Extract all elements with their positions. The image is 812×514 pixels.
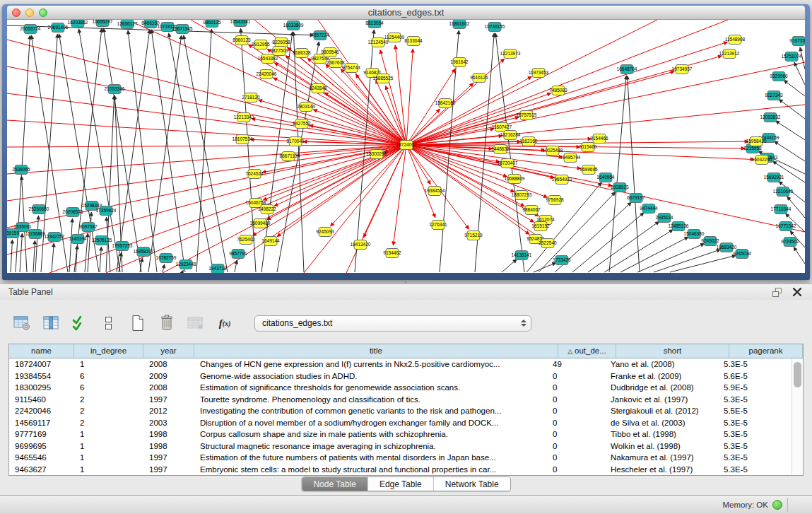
edge[interactable] xyxy=(52,243,54,272)
table-mode-icon[interactable] xyxy=(13,315,31,332)
network-node[interactable]: 14136141 xyxy=(512,251,532,260)
network-node[interactable]: 9245093 xyxy=(316,228,334,237)
network-node[interactable]: 12213343 xyxy=(234,113,254,122)
create-column-icon[interactable] xyxy=(129,315,147,332)
network-node[interactable]: 9884067 xyxy=(522,206,541,215)
network-node[interactable]: 15046380 xyxy=(684,230,705,239)
network-node[interactable]: 19384554 xyxy=(425,187,445,196)
table-row[interactable]: 1830029562008Estimation of significance … xyxy=(9,382,792,394)
network-node[interactable]: 2803144 xyxy=(297,103,315,112)
delete-columns-icon[interactable] xyxy=(158,315,176,332)
network-node[interactable]: 16671345 xyxy=(172,25,193,34)
network-node[interactable]: 2538065 xyxy=(12,165,30,175)
network-node[interactable]: 9329966 xyxy=(770,72,788,81)
network-node[interactable]: 1162160 xyxy=(520,137,538,146)
table-row[interactable]: 969969511998Structural magnetic resonanc… xyxy=(9,440,792,452)
edge[interactable] xyxy=(35,216,38,272)
network-node[interactable]: 9715219 xyxy=(464,231,483,240)
edge[interactable] xyxy=(163,145,406,273)
table-row[interactable]: 2242004622012Investigating the contribut… xyxy=(9,405,792,417)
column-header-in_degree[interactable]: in_degree xyxy=(74,344,143,358)
edge[interactable] xyxy=(572,213,644,272)
network-node[interactable]: 1145194 xyxy=(69,235,87,244)
network-node[interactable]: 8667110 xyxy=(280,152,298,161)
network-node[interactable]: 12093832 xyxy=(760,113,781,122)
network-node[interactable]: 9154462 xyxy=(383,249,401,258)
network-node[interactable]: 2718120 xyxy=(242,93,260,103)
network-node[interactable]: 1640954 xyxy=(596,173,615,182)
network-node[interactable]: 7857224 xyxy=(311,31,329,40)
edge[interactable] xyxy=(11,240,13,272)
table-scrollbar[interactable] xyxy=(792,358,803,475)
network-node[interactable]: 39159 xyxy=(7,229,19,238)
column-header-year[interactable]: year xyxy=(143,344,194,358)
scrollbar-thumb[interactable] xyxy=(794,362,801,387)
network-node[interactable]: 12656127 xyxy=(117,20,138,29)
float-panel-icon[interactable] xyxy=(771,286,784,298)
network-node[interactable]: 22420046 xyxy=(257,70,277,79)
network-node[interactable]: 1733426 xyxy=(553,256,571,265)
edge[interactable] xyxy=(151,30,185,272)
network-node[interactable]: 16033809 xyxy=(283,21,304,30)
edge[interactable] xyxy=(670,255,736,272)
column-header-title[interactable]: title xyxy=(194,344,558,358)
delete-table-icon[interactable] xyxy=(187,315,205,332)
table-row[interactable]: 1456911722003Disruption of a novel membe… xyxy=(9,417,792,429)
edge[interactable] xyxy=(163,264,165,272)
tab-network-table[interactable]: Network Table xyxy=(434,477,510,491)
network-node[interactable]: 9154466 xyxy=(590,134,608,144)
network-node[interactable]: 12342757 xyxy=(45,233,65,242)
edge[interactable] xyxy=(182,270,183,272)
edge[interactable] xyxy=(588,221,659,272)
network-node[interactable]: 15885525 xyxy=(373,74,394,83)
network-node[interactable]: 12213912 xyxy=(719,49,740,59)
row-height-icon[interactable] xyxy=(100,315,118,332)
edge[interactable] xyxy=(252,145,406,235)
network-node[interactable]: 9754743 xyxy=(342,64,360,73)
window-titlebar[interactable]: citations_edges.txt xyxy=(7,6,805,20)
edge[interactable] xyxy=(128,30,157,272)
edge[interactable] xyxy=(103,28,141,272)
network-node[interactable]: 9245034 xyxy=(733,250,751,259)
network-node[interactable]: 17710344 xyxy=(771,205,792,214)
network-node[interactable]: 1498222 xyxy=(258,205,276,214)
edge[interactable] xyxy=(534,263,556,272)
edge[interactable] xyxy=(7,145,406,147)
table-row[interactable]: 1872400712008Changes of HCN gene express… xyxy=(9,358,792,370)
table-row[interactable]: 911546021997Tourette syndrome. Phenomeno… xyxy=(9,394,792,406)
network-node[interactable]: 13216284 xyxy=(500,131,521,140)
table-selector-dropdown[interactable]: citations_edges.txt xyxy=(254,315,531,332)
function-builder-icon[interactable]: f(x) xyxy=(216,315,234,332)
network-node[interactable]: 9860125 xyxy=(203,20,221,28)
network-node[interactable]: 11973453 xyxy=(529,69,549,78)
edge[interactable] xyxy=(69,218,72,272)
network-node[interactable]: 9699695 xyxy=(579,165,598,175)
table-row[interactable]: 946362711997Embryonic stem cells: a mode… xyxy=(9,464,792,476)
network-node[interactable]: 9242848 xyxy=(309,84,327,93)
edge[interactable] xyxy=(502,259,517,272)
edge[interactable] xyxy=(779,99,805,119)
network-node[interactable]: 18807293 xyxy=(512,191,532,200)
edge[interactable] xyxy=(794,62,805,85)
network-node[interactable]: 11548908 xyxy=(725,35,746,45)
network-node[interactable]: 1961642 xyxy=(450,58,469,67)
network-node[interactable]: 16203862 xyxy=(68,20,88,28)
network-node[interactable]: 15751074 xyxy=(782,52,802,62)
network-node[interactable]: 11156869 xyxy=(25,230,45,239)
tab-node-table[interactable]: Node Table xyxy=(302,477,368,491)
network-node[interactable]: 17359924 xyxy=(96,206,117,216)
select-from-table-icon[interactable] xyxy=(71,315,89,332)
network-node[interactable]: 1615152 xyxy=(531,222,550,231)
edge[interactable] xyxy=(406,20,657,145)
network-node[interactable]: 9474444 xyxy=(640,204,658,214)
minimize-window-button[interactable] xyxy=(25,8,34,17)
network-node[interactable]: 9857791 xyxy=(229,250,247,259)
network-node[interactable]: 1649144 xyxy=(261,237,280,246)
edge[interactable] xyxy=(406,49,413,145)
edge[interactable] xyxy=(100,247,101,272)
network-node[interactable]: 10543381 xyxy=(230,20,251,27)
edge[interactable] xyxy=(20,233,22,272)
network-node[interactable]: 8938923 xyxy=(611,183,629,192)
column-header-short[interactable]: short xyxy=(616,344,729,358)
network-node[interactable]: 8813054 xyxy=(365,20,384,28)
